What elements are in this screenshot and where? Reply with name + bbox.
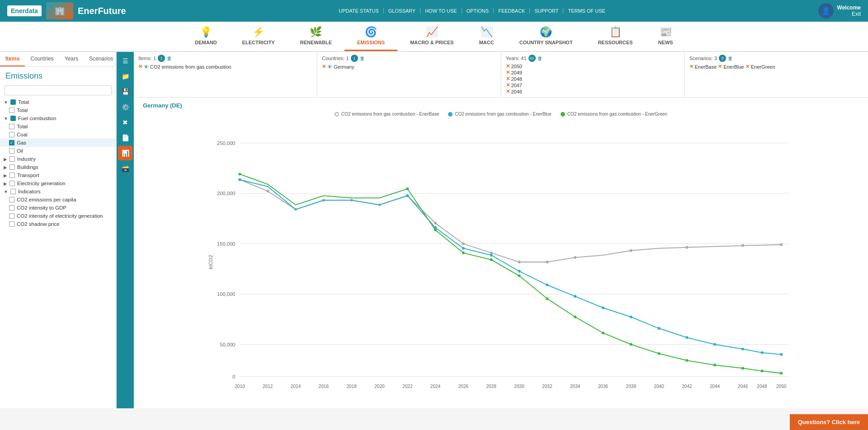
nav-country-snapshot[interactable]: 🌍 COUNTRY SNAPSHOT: [507, 22, 585, 51]
tree-industry[interactable]: ▶ Industry: [0, 155, 116, 163]
tree-fc-oil[interactable]: Oil: [0, 147, 116, 155]
tree-checkbox-co2-per-capita[interactable]: [9, 197, 14, 202]
nav-terms[interactable]: TERMS OF USE: [563, 8, 610, 14]
countries-trash-icon[interactable]: 🗑: [360, 56, 365, 61]
dot-enerblue: [713, 343, 716, 346]
nav-electricity[interactable]: ⚡ ELECTRICITY: [230, 22, 288, 51]
tree-checkbox-industry[interactable]: [9, 156, 15, 162]
tree-checkbox-co2-elec[interactable]: [9, 213, 14, 219]
items-trash-icon[interactable]: 🗑: [167, 56, 172, 61]
nav-glossary[interactable]: GLOSSARY: [384, 8, 420, 14]
svg-text:2010: 2010: [235, 384, 245, 389]
dot-enerblue: [546, 284, 548, 286]
tree-checkbox-elec-gen[interactable]: [9, 181, 15, 186]
icon-folder[interactable]: 📁: [118, 69, 132, 84]
icon-chart[interactable]: 📊: [118, 146, 132, 160]
tree-indicators-group[interactable]: ▼ Indicators: [0, 187, 116, 196]
filter-countries-tag: ✕ 👁 Germany: [322, 64, 354, 70]
tree-total-group[interactable]: ▼ Total: [0, 98, 116, 106]
scenario-remove-x[interactable]: ✕: [689, 64, 693, 70]
tab-countries[interactable]: Countries: [25, 52, 59, 66]
scenario-tag-enerbase: ✕ EnerBase: [689, 64, 717, 70]
tree-label: CO2 shadow price: [17, 221, 60, 227]
tree-checkbox-buildings[interactable]: [9, 164, 15, 170]
nav-demand[interactable]: 💡 DEMAND: [182, 22, 229, 51]
svg-text:2016: 2016: [319, 384, 329, 389]
year-remove-x[interactable]: ✕: [506, 63, 510, 69]
enerdata-logo[interactable]: Enerdata: [7, 5, 42, 16]
nav-support[interactable]: SUPPORT: [530, 8, 563, 14]
top-header: Enerdata 🏢 EnerFuture UPDATE STATUS GLOS…: [0, 0, 868, 22]
nav-feedback[interactable]: FEEDBACK: [494, 8, 530, 14]
years-trash-icon[interactable]: 🗑: [538, 56, 542, 61]
nav-emissions[interactable]: 🌀 EMISSIONS: [344, 22, 397, 51]
tree-total-item[interactable]: Total: [0, 106, 116, 114]
year-remove-x[interactable]: ✕: [506, 76, 510, 82]
tree-checkbox-fc-total[interactable]: [9, 124, 14, 129]
user-avatar[interactable]: 👤: [818, 3, 834, 19]
tree-fc-coal[interactable]: Coal: [0, 131, 116, 139]
tree-checkbox-coal[interactable]: [9, 132, 14, 137]
nav-renewable[interactable]: 🌿 RENEWABLE: [288, 22, 344, 51]
tree-co2-gdp[interactable]: CO2 intensity to GDP: [0, 204, 116, 212]
scenario-remove-x[interactable]: ✕: [718, 64, 722, 70]
year-remove-x[interactable]: ✕: [506, 82, 510, 88]
items-eye-icon[interactable]: 👁: [144, 64, 149, 70]
scenarios-trash-icon[interactable]: 🗑: [728, 56, 733, 61]
tree-checkbox-gas[interactable]: ✓: [9, 140, 14, 145]
nav-how-to-use[interactable]: HOW TO USE: [420, 8, 462, 14]
nav-news[interactable]: 📰 NEWS: [646, 22, 686, 51]
tree-checkbox-oil[interactable]: [9, 148, 14, 154]
tab-items[interactable]: Items: [0, 52, 25, 66]
tree-checkbox-total[interactable]: [9, 108, 14, 113]
nav-update-status[interactable]: UPDATE STATUS: [334, 8, 384, 14]
scenario-remove-x[interactable]: ✕: [745, 64, 750, 70]
nav-macc[interactable]: 📉 MACC: [467, 22, 507, 51]
tree-label: Total: [17, 124, 28, 129]
year-remove-x[interactable]: ✕: [506, 89, 510, 94]
tree-electricity-gen[interactable]: ▶ Electricity generation: [0, 179, 116, 187]
nav-macro[interactable]: 📈 MACRO & PRICES: [397, 22, 467, 51]
tree-expand-arrow: ▶: [4, 165, 7, 170]
tab-years[interactable]: Years: [59, 52, 84, 66]
tree-fc-gas[interactable]: ✓ Gas: [0, 139, 116, 147]
items-remove-x[interactable]: ✕: [138, 64, 142, 70]
dot-energreen: [761, 369, 764, 372]
sidebar-search-input[interactable]: [5, 85, 112, 95]
icon-settings[interactable]: ⚙️: [118, 100, 132, 114]
tree-checkbox-indicators[interactable]: [10, 189, 16, 194]
countries-eye-icon[interactable]: 👁: [327, 64, 332, 70]
dot-enerblue: [630, 316, 632, 318]
tree-expand-arrow: ▼: [4, 100, 8, 105]
tree-co2-shadow[interactable]: CO2 shadow price: [0, 220, 116, 228]
tree-transport[interactable]: ▶ Transport: [0, 171, 116, 179]
tree-fc-total[interactable]: Total: [0, 122, 116, 131]
tree-co2-elec[interactable]: CO2 intensity of electricity generation: [0, 212, 116, 220]
tree-checkbox-co2-gdp[interactable]: [9, 205, 14, 210]
scenario-label: EnerBlue: [723, 64, 744, 70]
nav-resources[interactable]: 📋 RESSOURCES: [585, 22, 646, 51]
nav-options[interactable]: OPTIONS: [462, 8, 494, 14]
tree-fuel-combustion-group[interactable]: ▼ Fuel combustion: [0, 114, 116, 122]
svg-text:2040: 2040: [654, 384, 664, 389]
tree-checkbox-transport[interactable]: [9, 173, 15, 178]
app-title: EnerFuture: [78, 6, 126, 16]
svg-text:2028: 2028: [486, 384, 496, 389]
svg-text:2044: 2044: [710, 384, 720, 389]
tab-scenarios[interactable]: Scenarios: [84, 52, 117, 66]
tree-label: Transport: [17, 173, 39, 178]
tree-checkbox-co2-shadow[interactable]: [9, 221, 14, 227]
icon-resize[interactable]: ✖: [118, 115, 132, 130]
tree-buildings[interactable]: ▶ Buildings: [0, 163, 116, 171]
icon-list[interactable]: ☰: [118, 54, 132, 68]
countries-remove-x[interactable]: ✕: [322, 64, 326, 70]
icon-save[interactable]: 💾: [118, 84, 132, 99]
icon-doc[interactable]: 📄: [118, 131, 132, 145]
year-remove-x[interactable]: ✕: [506, 70, 510, 75]
exit-link[interactable]: Exit: [837, 11, 861, 17]
icon-table[interactable]: 🗃️: [118, 161, 132, 176]
dot-energreen: [406, 187, 409, 190]
dot-enerblue: [574, 295, 576, 298]
line-energreen: [240, 174, 781, 374]
tree-co2-per-capita[interactable]: CO2 emissions per capita: [0, 196, 116, 204]
